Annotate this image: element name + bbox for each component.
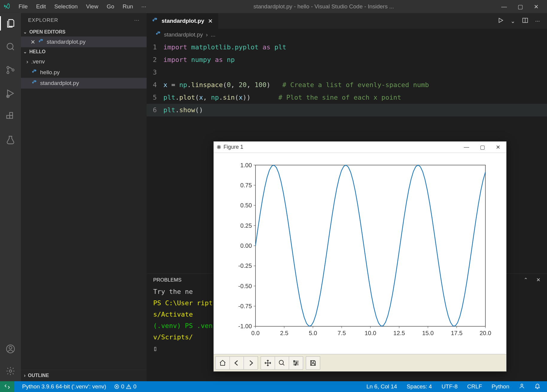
svg-point-1 [7, 66, 9, 69]
run-file-icon[interactable] [497, 17, 504, 25]
svg-point-0 [7, 43, 13, 49]
activity-source-control[interactable] [0, 63, 21, 77]
mpl-forward-icon[interactable] [244, 356, 258, 370]
status-lang[interactable]: Python [492, 383, 509, 390]
mpl-pan-icon[interactable] [261, 356, 275, 370]
mpl-zoom-icon[interactable] [275, 356, 289, 370]
window-controls: — ▢ ✕ [501, 3, 543, 10]
svg-point-3 [12, 69, 14, 71]
svg-text:17.5: 17.5 [451, 330, 463, 336]
figure-maximize-icon[interactable]: ▢ [480, 144, 485, 151]
chevron-right-icon: › [24, 373, 25, 378]
code-line[interactable]: 1import matplotlib.pyplot as plt [147, 41, 547, 54]
folder-name: .venv [31, 58, 45, 65]
svg-text:2.5: 2.5 [280, 330, 288, 336]
python-file-icon [32, 69, 37, 76]
window-title: standardplot.py - hello - Visual Studio … [152, 3, 495, 10]
explorer-title: EXPLORER [28, 17, 58, 23]
tab-standardplot[interactable]: standardplot.py ✕ [147, 13, 218, 29]
activity-settings[interactable] [6, 364, 15, 378]
outline-label: OUTLINE [28, 373, 49, 378]
outline-header[interactable]: › OUTLINE [21, 370, 147, 381]
matplotlib-figure-window[interactable]: ❋ Figure 1 — ▢ ✕ -1.00-0.75-0.50-0.250.0… [213, 141, 507, 372]
tree-item[interactable]: hello.py [21, 67, 147, 78]
breadcrumb-separator: › [206, 31, 208, 38]
menu-view[interactable]: View [86, 3, 98, 10]
tree-item[interactable]: ›.venv [21, 56, 147, 67]
svg-text:7.5: 7.5 [338, 330, 346, 336]
svg-text:0.50: 0.50 [240, 202, 252, 209]
python-file-icon [38, 39, 44, 45]
remote-indicator[interactable] [0, 381, 14, 392]
code-line[interactable]: 3 [147, 66, 547, 79]
menu-go[interactable]: Go [107, 3, 114, 10]
activity-search[interactable] [0, 39, 21, 54]
python-file-icon [152, 17, 158, 25]
folder-label: HELLO [29, 49, 45, 54]
panel-tab-problems[interactable]: PROBLEMS [153, 277, 181, 283]
breadcrumb-symbol: ... [211, 31, 215, 38]
figure-close-icon[interactable]: ✕ [496, 144, 500, 151]
activity-explorer[interactable] [0, 16, 21, 31]
tab-close-icon[interactable]: ✕ [208, 18, 213, 25]
figure-title: Figure 1 [224, 144, 243, 150]
folder-header[interactable]: ⌄ HELLO [21, 47, 147, 56]
activity-run-debug[interactable] [0, 86, 21, 101]
python-file-icon [156, 31, 161, 38]
close-icon[interactable]: ✕ [534, 3, 539, 10]
activity-testing[interactable] [0, 133, 21, 147]
breadcrumb-file: standardplot.py [164, 31, 203, 38]
svg-text:20.0: 20.0 [480, 330, 491, 336]
code-line[interactable]: 2import numpy as np [147, 54, 547, 66]
panel-close-icon[interactable]: ✕ [536, 277, 540, 283]
split-editor-icon[interactable] [522, 17, 528, 25]
activity-extensions[interactable] [0, 110, 21, 124]
figure-minimize-icon[interactable]: — [464, 144, 469, 151]
menu-file[interactable]: File [19, 3, 28, 10]
minimize-icon[interactable]: — [501, 3, 507, 10]
status-spaces[interactable]: Spaces: 4 [407, 383, 432, 390]
status-bar: Python 3.9.6 64-bit ('.venv': venv) 0 0 … [0, 381, 547, 392]
status-bell-icon[interactable] [534, 383, 540, 391]
code-line[interactable]: 6plt.show() [147, 104, 547, 116]
status-eol[interactable]: CRLF [467, 383, 482, 390]
menu-selection[interactable]: Selection [54, 3, 78, 10]
line-number: 4 [147, 79, 163, 91]
chevron-down-icon[interactable]: ⌄ [510, 18, 515, 25]
breadcrumb[interactable]: standardplot.py › ... [147, 29, 547, 40]
svg-point-13 [521, 384, 523, 386]
svg-point-54 [295, 364, 296, 365]
explorer-more-icon[interactable]: ··· [134, 17, 139, 23]
open-editors-header[interactable]: ⌄ OPEN EDITORS [21, 28, 147, 37]
code-line[interactable]: 5plt.plot(x, np.sin(x)) # Plot the sine … [147, 91, 547, 104]
mpl-back-icon[interactable] [230, 356, 244, 370]
mpl-home-icon[interactable] [215, 356, 230, 370]
activity-accounts[interactable] [6, 342, 15, 356]
menu-run[interactable]: Run [123, 3, 133, 10]
code-line[interactable]: 4x = np.linspace(0, 20, 100) # Create a … [147, 79, 547, 91]
svg-point-2 [7, 72, 9, 74]
maximize-icon[interactable]: ▢ [518, 3, 523, 10]
file-name: standardplot.py [47, 39, 86, 45]
status-interpreter[interactable]: Python 3.9.6 64-bit ('.venv': venv) [22, 383, 106, 390]
status-cursor[interactable]: Ln 6, Col 14 [366, 383, 397, 390]
explorer-sidebar: EXPLORER ··· ⌄ OPEN EDITORS ✕ standardpl… [21, 13, 147, 381]
close-icon[interactable]: ✕ [31, 39, 35, 45]
status-feedback-icon[interactable] [519, 383, 525, 391]
status-problems[interactable]: 0 0 [114, 383, 136, 390]
svg-rect-6 [10, 116, 13, 118]
mpl-save-icon[interactable] [306, 356, 320, 370]
status-encoding[interactable]: UTF-8 [441, 383, 458, 390]
activity-bar [0, 13, 21, 381]
figure-title-bar[interactable]: ❋ Figure 1 — ▢ ✕ [214, 142, 506, 153]
menu-edit[interactable]: Edit [36, 3, 46, 10]
tree-item[interactable]: standardplot.py [21, 78, 147, 89]
mpl-subplots-icon[interactable] [289, 356, 303, 370]
editor-more-icon[interactable]: ··· [535, 18, 540, 24]
menu-···[interactable]: ··· [142, 3, 146, 10]
svg-point-53 [296, 362, 297, 364]
line-number: 6 [147, 104, 163, 116]
panel-maximize-icon[interactable]: ⌃ [524, 277, 528, 283]
figure-canvas: -1.00-0.75-0.50-0.250.000.250.500.751.00… [214, 153, 506, 354]
open-editor-item[interactable]: ✕ standardplot.py [21, 37, 147, 47]
